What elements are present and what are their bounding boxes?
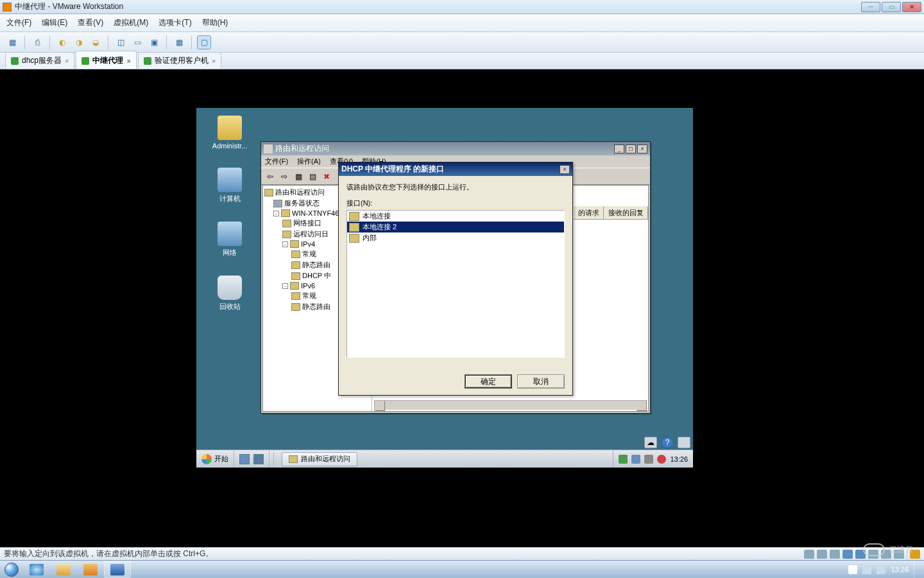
guest-pin-icon[interactable] [678, 437, 690, 448]
tool-snapshot-revert-icon[interactable]: ◑ [72, 35, 86, 49]
tray-flag-icon[interactable] [848, 565, 857, 574]
tray-shield-icon[interactable] [619, 455, 628, 464]
taskbar-item-rras[interactable]: 路由和远程访问 [282, 452, 357, 466]
collapse-icon[interactable]: - [273, 211, 279, 216]
host-toolbar: ▦ ⎙ ◐ ◑ ◒ ◫ ▭ ▣ ▦ ▢ [0, 32, 924, 53]
vm-viewport[interactable]: Administr... 计算机 网络 回收站 ☁ ? 路由和远程访问 _ □ … [0, 69, 924, 547]
tool-view3-icon[interactable]: ▣ [147, 35, 161, 49]
pin-ie[interactable] [23, 561, 50, 578]
nic-icon [349, 212, 359, 221]
dialog-titlebar[interactable]: DHCP 中继代理程序 的新接口 × [339, 162, 572, 176]
close-icon[interactable]: × [126, 57, 130, 65]
tray-network-icon[interactable] [862, 565, 871, 574]
node-icon [291, 292, 300, 300]
win7-start-button[interactable] [0, 561, 23, 579]
tray-volume-icon[interactable] [877, 565, 886, 574]
menu-help[interactable]: 帮助(H) [202, 17, 228, 28]
minimize-button[interactable]: _ [614, 144, 624, 153]
win7-systray[interactable]: 13:26 [843, 561, 924, 579]
close-button[interactable]: ✕ [902, 2, 921, 12]
desktop-icon-admin[interactable]: Administr... [210, 116, 249, 150]
minimize-button[interactable]: ─ [861, 2, 880, 12]
tool-power-icon[interactable]: ▦ [5, 35, 19, 49]
cancel-button[interactable]: 取消 [517, 374, 565, 389]
collapse-icon[interactable]: - [282, 241, 288, 247]
guest-systray[interactable]: 13:26 [613, 450, 693, 468]
server-icon [281, 209, 290, 217]
rras-scrollbar[interactable] [374, 400, 647, 410]
tray-network-icon[interactable] [631, 455, 640, 464]
nic-icon [282, 220, 291, 227]
host-title: 中继代理 - VMware Workstation [15, 1, 123, 12]
show-desktop-button[interactable] [914, 561, 919, 579]
list-item[interactable]: 内部 [347, 232, 564, 243]
maximize-button[interactable]: □ [626, 144, 636, 153]
close-button[interactable]: × [637, 144, 647, 153]
vm-tabs: dhcp服务器× 中继代理× 验证使用客户机× [0, 53, 924, 69]
dev-hdd-icon[interactable] [804, 550, 814, 559]
back-icon[interactable]: ⇦ [264, 170, 277, 183]
tool-view1-icon[interactable]: ◫ [114, 35, 128, 49]
collapse-icon[interactable]: - [282, 283, 288, 289]
props-icon[interactable]: ▤ [306, 170, 319, 183]
win7-taskbar[interactable]: 13:26 [0, 560, 924, 578]
col-requests[interactable]: 的请求 [574, 206, 604, 220]
menu-vm[interactable]: 虚拟机(M) [114, 17, 148, 28]
desktop-icon-network[interactable]: 网络 [210, 222, 249, 258]
interface-listbox[interactable]: 本地连接 本地连接 2 内部 [346, 210, 565, 358]
ql-explorer-icon[interactable] [253, 454, 264, 464]
list-item[interactable]: 本地连接 2 [347, 222, 564, 232]
start-button[interactable]: 开始 [196, 450, 234, 468]
close-button[interactable]: × [560, 165, 570, 174]
rras-titlebar[interactable]: 路由和远程访问 _ □ × [261, 142, 650, 155]
delete-icon[interactable]: ✖ [320, 170, 333, 183]
tool-snapshot-icon[interactable]: ◐ [55, 35, 69, 49]
guest-taskbar[interactable]: 开始 路由和远程访问 13:26 [196, 450, 693, 468]
running-icon [11, 57, 19, 65]
tab-relay-agent[interactable]: 中继代理× [76, 51, 136, 69]
tool-unity-icon[interactable]: ▦ [172, 35, 186, 49]
dev-cd-icon[interactable] [817, 550, 827, 559]
menu-action[interactable]: 操作(A) [297, 157, 321, 166]
menu-edit[interactable]: 编辑(E) [42, 17, 67, 28]
guest-info-icon[interactable]: ☁ [644, 437, 657, 448]
menu-file[interactable]: 文件(F) [6, 17, 31, 28]
pin-app1[interactable] [77, 561, 104, 578]
menu-view[interactable]: 查看(V) [78, 17, 103, 28]
dev-net1-icon[interactable] [843, 550, 853, 559]
list-header[interactable]: 的请求 接收的回复 [574, 206, 648, 220]
dialog-body: 该路由协议在您下列选择的接口上运行。 接口(N): 本地连接 本地连接 2 内部 [339, 176, 572, 364]
ql-desktop-icon[interactable] [239, 454, 250, 464]
pin-explorer[interactable] [50, 561, 77, 578]
ok-button[interactable]: 确定 [465, 374, 512, 389]
rras-title: 路由和远程访问 [275, 143, 329, 154]
tool-devices-icon[interactable]: ⎙ [30, 35, 44, 49]
col-replies[interactable]: 接收的回复 [604, 206, 648, 220]
up-icon[interactable]: ▦ [292, 170, 305, 183]
tray-blocked-icon[interactable] [657, 455, 666, 464]
close-icon[interactable]: × [212, 57, 216, 65]
guest-desktop[interactable]: Administr... 计算机 网络 回收站 ☁ ? 路由和远程访问 _ □ … [196, 108, 693, 468]
dev-floppy-icon[interactable] [830, 550, 840, 559]
tray-power-icon[interactable] [644, 455, 653, 464]
menu-tabs[interactable]: 选项卡(T) [158, 17, 191, 28]
close-icon[interactable]: × [65, 57, 69, 65]
tool-snapshot-mgr-icon[interactable]: ◒ [89, 35, 103, 49]
desktop-icon-recyclebin[interactable]: 回收站 [210, 276, 249, 311]
word-icon [110, 564, 124, 575]
dialog-prompt: 该路由协议在您下列选择的接口上运行。 [346, 182, 565, 192]
tab-dhcp-server[interactable]: dhcp服务器× [5, 52, 74, 69]
tool-view2-icon[interactable]: ▭ [130, 35, 144, 49]
forward-icon[interactable]: ⇨ [278, 170, 291, 183]
pin-word[interactable] [104, 561, 131, 578]
tool-fullscreen-icon[interactable]: ▢ [197, 35, 211, 49]
guest-help-icon[interactable]: ? [661, 437, 674, 448]
explorer-icon [56, 564, 71, 575]
new-interface-dialog[interactable]: DHCP 中继代理程序 的新接口 × 该路由协议在您下列选择的接口上运行。 接口… [338, 162, 573, 396]
list-item[interactable]: 本地连接 [347, 211, 564, 222]
host-menubar: 文件(F) 编辑(E) 查看(V) 虚拟机(M) 选项卡(T) 帮助(H) [0, 14, 924, 32]
desktop-icon-computer[interactable]: 计算机 [210, 168, 249, 204]
tab-client[interactable]: 验证使用客户机× [138, 52, 221, 69]
maximize-button[interactable]: ▭ [882, 2, 901, 12]
menu-file[interactable]: 文件(F) [265, 157, 288, 166]
